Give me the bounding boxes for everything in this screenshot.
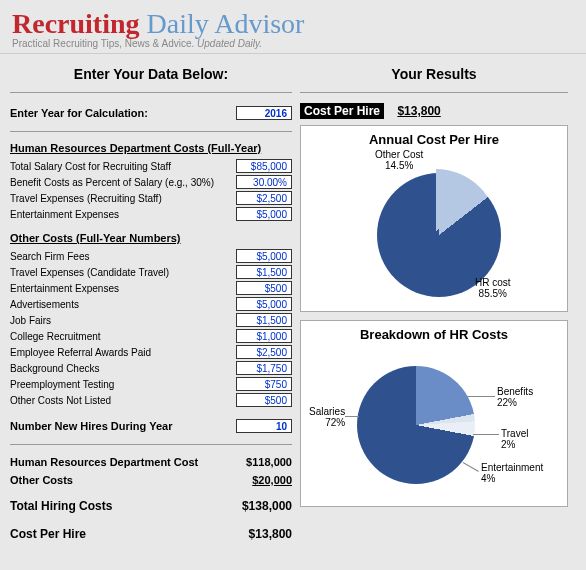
right-title: Your Results (300, 60, 568, 93)
other-cost-label: College Recruitment (10, 331, 101, 342)
hr-cost-label: Entertainment Expenses (10, 209, 119, 220)
total-other-label: Other Costs (10, 474, 73, 486)
total-hr-value: $118,000 (232, 456, 292, 468)
other-cost-row: Search Firm Fees$5,000 (10, 248, 292, 264)
other-cost-input[interactable]: $5,000 (236, 249, 292, 263)
results-panel: Your Results Cost Per Hire $13,800 Annua… (300, 60, 568, 545)
hr-cost-label: Total Salary Cost for Recruiting Staff (10, 161, 171, 172)
pie-chart-2 (357, 366, 475, 484)
chart2-ent-label: Entertainment 4% (481, 462, 543, 484)
chart1-title: Annual Cost Per Hire (305, 132, 563, 147)
total-hiring-value: $138,000 (232, 499, 292, 513)
brand-word-b: Daily Advisor (147, 8, 305, 39)
tagline-b: Updated Daily. (197, 38, 262, 49)
hr-cost-input[interactable]: 30.00% (236, 175, 292, 189)
other-cost-label: Entertainment Expenses (10, 283, 119, 294)
hr-cost-row: Benefit Costs as Percent of Salary (e.g.… (10, 174, 292, 190)
hr-cost-label: Benefit Costs as Percent of Salary (e.g.… (10, 177, 214, 188)
other-cost-input[interactable]: $1,750 (236, 361, 292, 375)
other-cost-input[interactable]: $750 (236, 377, 292, 391)
other-cost-label: Preemployment Testing (10, 379, 114, 390)
input-panel: Enter Your Data Below: Enter Year for Ca… (10, 60, 292, 545)
header: Recruiting Daily Advisor Practical Recru… (0, 0, 586, 54)
other-cost-input[interactable]: $500 (236, 281, 292, 295)
other-cost-row: Entertainment Expenses$500 (10, 280, 292, 296)
other-cost-label: Other Costs Not Listed (10, 395, 111, 406)
other-cost-input[interactable]: $2,500 (236, 345, 292, 359)
chart-annual-cost: Annual Cost Per Hire Other Cost 14.5% HR… (300, 125, 568, 312)
other-cost-row: Other Costs Not Listed$500 (10, 392, 292, 408)
chart2-sal-label: Salaries 72% (309, 406, 345, 428)
chart1-other-label: Other Cost 14.5% (375, 149, 423, 171)
other-cost-label: Search Firm Fees (10, 251, 89, 262)
other-cost-label: Travel Expenses (Candidate Travel) (10, 267, 169, 278)
year-label: Enter Year for Calculation: (10, 107, 148, 119)
brand-logo: Recruiting Daily Advisor (12, 8, 574, 40)
other-cost-input[interactable]: $1,500 (236, 313, 292, 327)
hires-label: Number New Hires During Year (10, 420, 172, 432)
other-cost-row: Job Fairs$1,500 (10, 312, 292, 328)
cph-value: $13,800 (232, 527, 292, 541)
chart2-title: Breakdown of HR Costs (305, 327, 563, 342)
other-cost-label: Background Checks (10, 363, 100, 374)
other-cost-row: Employee Referral Awards Paid$2,500 (10, 344, 292, 360)
other-cost-row: Travel Expenses (Candidate Travel)$1,500 (10, 264, 292, 280)
other-cost-row: Advertisements$5,000 (10, 296, 292, 312)
cph-summary: Cost Per Hire $13,800 (300, 103, 568, 119)
cph-summary-label: Cost Per Hire (300, 103, 384, 119)
chart2-travel-label: Travel 2% (501, 428, 528, 450)
total-hr-label: Human Resources Department Cost (10, 456, 198, 468)
total-other-value: $20,000 (232, 474, 292, 486)
other-cost-input[interactable]: $5,000 (236, 297, 292, 311)
cph-label: Cost Per Hire (10, 527, 86, 541)
chart-hr-breakdown: Breakdown of HR Costs Benefits 22% Trave… (300, 320, 568, 507)
hr-cost-input[interactable]: $5,000 (236, 207, 292, 221)
other-cost-label: Advertisements (10, 299, 79, 310)
other-section-head: Other Costs (Full-Year Numbers) (10, 232, 292, 244)
hr-cost-input[interactable]: $2,500 (236, 191, 292, 205)
hr-cost-input[interactable]: $85,000 (236, 159, 292, 173)
other-cost-row: Preemployment Testing$750 (10, 376, 292, 392)
other-cost-row: College Recruitment$1,000 (10, 328, 292, 344)
tagline-a: Practical Recruiting Tips, News & Advice… (12, 38, 194, 49)
other-cost-row: Background Checks$1,750 (10, 360, 292, 376)
brand-word-a: Recruiting (12, 8, 140, 39)
hires-input[interactable]: 10 (236, 419, 292, 433)
hr-section-head: Human Resources Department Costs (Full-Y… (10, 142, 292, 154)
total-hiring-label: Total Hiring Costs (10, 499, 112, 513)
cph-summary-value: $13,800 (397, 104, 440, 118)
left-title: Enter Your Data Below: (10, 60, 292, 93)
hr-cost-row: Entertainment Expenses$5,000 (10, 206, 292, 222)
chart1-hr-label: HR cost 85.5% (475, 277, 511, 299)
other-cost-input[interactable]: $1,000 (236, 329, 292, 343)
year-input[interactable]: 2016 (236, 106, 292, 120)
other-cost-label: Job Fairs (10, 315, 51, 326)
hr-cost-row: Travel Expenses (Recruiting Staff)$2,500 (10, 190, 292, 206)
other-cost-input[interactable]: $500 (236, 393, 292, 407)
pie-chart-1-exploded-slice (374, 169, 498, 293)
hr-cost-label: Travel Expenses (Recruiting Staff) (10, 193, 162, 204)
hr-cost-row: Total Salary Cost for Recruiting Staff$8… (10, 158, 292, 174)
other-cost-label: Employee Referral Awards Paid (10, 347, 151, 358)
chart2-benefits-label: Benefits 22% (497, 386, 533, 408)
other-cost-input[interactable]: $1,500 (236, 265, 292, 279)
